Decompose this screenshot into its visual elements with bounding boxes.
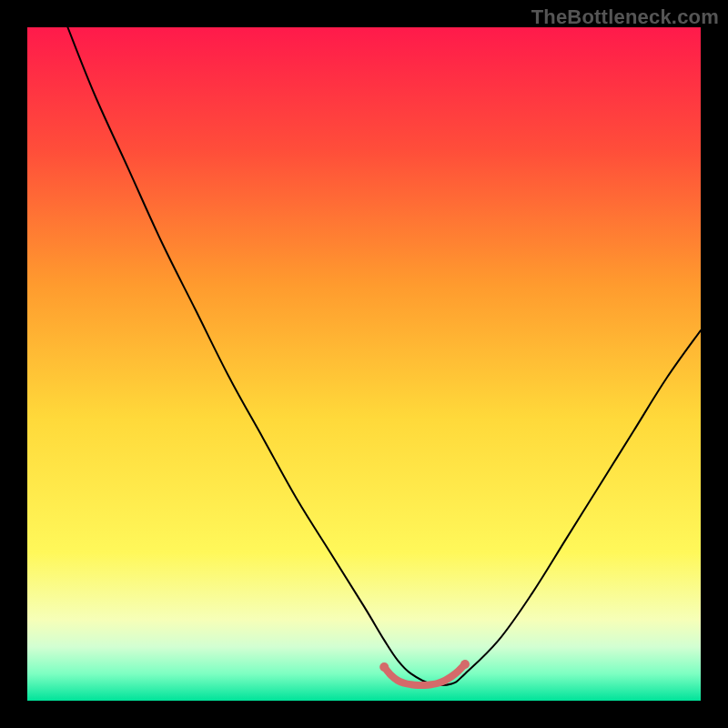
- chart-frame: TheBottleneck.com: [0, 0, 728, 728]
- plot-area: [27, 27, 701, 701]
- watermark-text: TheBottleneck.com: [531, 5, 719, 29]
- gradient-background: [27, 27, 701, 701]
- chart-svg: [27, 27, 701, 701]
- marker-endpoint: [379, 662, 389, 672]
- marker-endpoint: [460, 660, 470, 669]
